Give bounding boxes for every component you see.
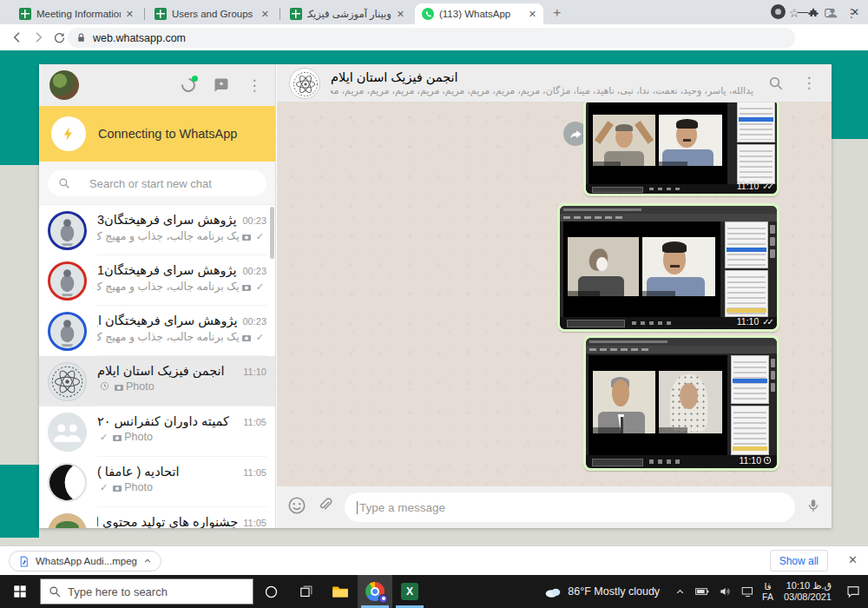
chat-avatar xyxy=(48,261,87,301)
chat-list-item[interactable]: کمیته داوران کنفرانس ۲۰ 11:05 ✓Photo xyxy=(39,406,275,457)
chat-name: جشنواره های تولید محتوی ا xyxy=(97,515,238,528)
conversation-search-icon[interactable] xyxy=(766,73,786,94)
browser-user-icon[interactable] xyxy=(823,3,842,23)
chat-list-item[interactable]: پژوهش سرای فرهیختگان1 00:23 ✓یک برنامه ج… xyxy=(39,255,275,306)
participants-list: یدالله، یاسر، وحید، نعمت، ندا، نبی، ناهی… xyxy=(331,85,753,96)
conversation-panel: انجمن فیزیک استان ایلام یدالله، یاسر، وح… xyxy=(277,64,832,528)
browser-profile-icon[interactable] xyxy=(771,4,786,19)
lock-icon xyxy=(76,32,86,43)
weather-text: 86°F Mostly cloudy xyxy=(568,585,660,598)
chat-list-item[interactable]: اتحادیه ( عامفا ) 11:05 ✓Photo xyxy=(39,457,275,507)
image-message[interactable]: 11:10 xyxy=(583,335,779,471)
meeting-app-icon xyxy=(290,8,302,20)
language-code: FA xyxy=(762,591,773,602)
forward-button[interactable] xyxy=(28,27,49,48)
tab-users-groups[interactable]: Users and Groups ✕ xyxy=(148,3,276,24)
network-icon[interactable] xyxy=(736,575,759,608)
download-item[interactable]: WhatsApp Audi...mpeg xyxy=(9,551,161,572)
tab-close-icon[interactable]: ✕ xyxy=(397,9,404,20)
chat-time: 00:23 xyxy=(242,215,266,226)
tab-title: Meeting Information xyxy=(36,9,121,19)
sidebar: ⋮ Connecting to WhatsApp Search or start… xyxy=(39,64,276,528)
message-time: 11:10✓✓ xyxy=(737,316,772,327)
url-text: web.whatsapp.com xyxy=(93,32,186,44)
clock-date: 03/08/2021 xyxy=(784,591,832,603)
new-chat-icon[interactable] xyxy=(211,75,232,96)
emoji-icon[interactable] xyxy=(287,496,306,519)
conversation-menu-icon[interactable]: ⋮ xyxy=(799,73,819,94)
chat-time: 00:23 xyxy=(242,266,266,276)
chat-preview: Photo xyxy=(97,380,266,393)
task-view-icon[interactable] xyxy=(288,575,323,608)
chevron-up-icon[interactable] xyxy=(143,557,152,565)
chat-time: 11:10 xyxy=(243,367,266,377)
new-tab-button[interactable]: ＋ xyxy=(550,4,563,21)
cortana-icon[interactable] xyxy=(253,575,288,608)
mic-icon[interactable] xyxy=(806,498,821,517)
tray-chevron-icon[interactable] xyxy=(668,575,691,608)
chat-list-item[interactable]: پژوهش سرای فرهیختگان ایلا 00:23 ✓یک برنا… xyxy=(39,306,275,356)
shelf-close-icon[interactable]: ✕ xyxy=(848,553,858,566)
show-all-downloads-button[interactable]: Show all xyxy=(770,550,828,572)
browser-menu-icon[interactable]: ⋮ xyxy=(842,3,861,23)
tab-separator xyxy=(144,8,145,20)
chat-name: کمیته داوران کنفرانس ۲۰ xyxy=(97,414,238,428)
page-accent xyxy=(0,465,39,538)
attach-icon[interactable] xyxy=(317,497,334,518)
download-filename: WhatsApp Audi...mpeg xyxy=(36,556,137,566)
image-message[interactable]: 11:10✓✓ xyxy=(583,102,779,196)
message-time: 11:10 xyxy=(740,455,773,466)
chat-time: 00:23 xyxy=(242,316,266,327)
chat-list-scrollbar[interactable] xyxy=(270,207,274,259)
taskbar-search-placeholder: Type here to search xyxy=(68,585,168,598)
language-indicator[interactable]: فا FA xyxy=(759,581,777,602)
whatsapp-web-app: ⋮ Connecting to WhatsApp Search or start… xyxy=(39,64,832,528)
tab-close-icon[interactable]: ✕ xyxy=(529,9,536,20)
speaker-icon[interactable] xyxy=(713,575,736,608)
tab-close-icon[interactable]: ✕ xyxy=(126,9,134,20)
tab-meeting-information[interactable]: Meeting Information ✕ xyxy=(12,3,141,24)
tab-separator xyxy=(279,8,280,20)
tab-webinar[interactable]: وبینار آموزشی فیزیک ✕ xyxy=(283,3,411,24)
chat-preview: ✓یک برنامه جالب، جذاب و مهیج کنفرانس آ..… xyxy=(97,330,266,343)
connecting-banner[interactable]: Connecting to WhatsApp xyxy=(39,106,275,162)
message-input[interactable]: Type a message xyxy=(345,492,795,522)
message-time: 11:10✓✓ xyxy=(737,181,772,191)
taskbar-search-input[interactable]: Type here to search xyxy=(40,578,253,605)
tab-close-icon[interactable]: ✕ xyxy=(261,9,269,20)
taskbar-clock[interactable]: 10:10 ق.ظ 03/08/2021 xyxy=(777,580,838,603)
battery-icon[interactable] xyxy=(691,575,713,608)
message-area[interactable]: 11:10✓✓ xyxy=(277,102,832,486)
chat-list-item[interactable]: انجمن فیزیک استان ایلام 11:10 Photo xyxy=(39,356,275,406)
reload-button[interactable] xyxy=(49,27,69,48)
bookmark-star-icon[interactable]: ☆ xyxy=(785,3,804,23)
browser-tab-strip: Meeting Information ✕ Users and Groups ✕… xyxy=(0,0,868,24)
message-input-bar: Type a message xyxy=(277,486,832,528)
address-bar[interactable]: web.whatsapp.com xyxy=(68,28,795,48)
chat-list-item[interactable]: پژوهش سرای فرهیختگان3 00:23 ✓یک برنامه ج… xyxy=(39,205,275,255)
chat-list-item[interactable]: جشنواره های تولید محتوی ا 11:05 ✓Photo xyxy=(39,507,275,528)
start-button[interactable] xyxy=(0,575,40,608)
chat-list: پژوهش سرای فرهیختگان3 00:23 ✓یک برنامه ج… xyxy=(39,205,275,528)
group-avatar-atom[interactable] xyxy=(289,68,320,99)
sidebar-menu-icon[interactable]: ⋮ xyxy=(244,75,265,96)
excel-taskbar-icon[interactable]: X xyxy=(392,575,427,608)
chrome-taskbar-icon[interactable] xyxy=(358,575,392,608)
desktop-screen: Meeting Information ✕ Users and Groups ✕… xyxy=(0,0,868,608)
search-area: Search or start new chat xyxy=(39,162,275,205)
extension-icon[interactable] xyxy=(804,3,823,23)
tab-title: (113) WhatsApp xyxy=(439,9,523,19)
chat-avatar xyxy=(48,413,87,452)
chat-name: پژوهش سرای فرهیختگان1 xyxy=(97,263,237,277)
action-center-icon[interactable] xyxy=(838,575,868,608)
conversation-header[interactable]: انجمن فیزیک استان ایلام یدالله، یاسر، وح… xyxy=(277,64,832,102)
tab-whatsapp[interactable]: (113) WhatsApp ✕ xyxy=(415,3,543,24)
file-explorer-icon[interactable] xyxy=(323,575,358,608)
search-input[interactable]: Search or start new chat xyxy=(48,170,266,196)
weather-widget[interactable]: 86°F Mostly cloudy xyxy=(536,585,668,598)
back-button[interactable] xyxy=(7,27,28,48)
download-shelf: WhatsApp Audi...mpeg Show all ✕ xyxy=(0,545,868,575)
my-profile-avatar[interactable] xyxy=(49,70,79,100)
status-icon[interactable] xyxy=(178,75,199,96)
image-message[interactable]: 11:10✓✓ xyxy=(557,203,779,332)
